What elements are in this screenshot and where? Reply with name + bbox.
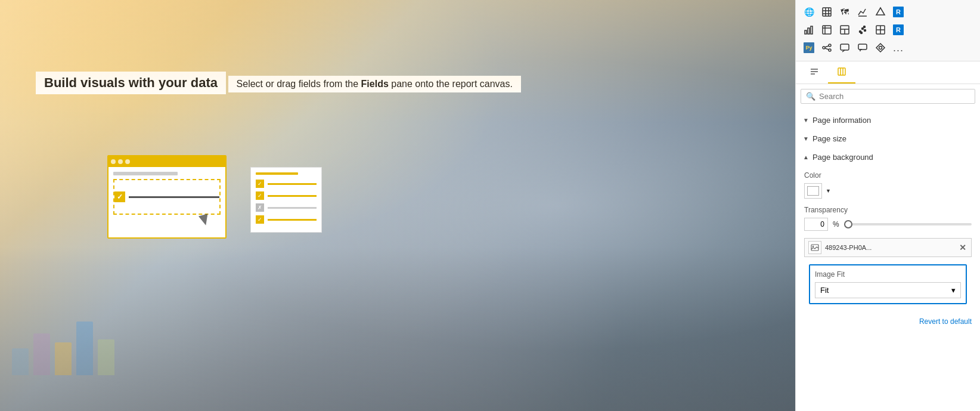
page-size-label: Page size	[812, 134, 846, 143]
page-background-label: Page background	[812, 153, 873, 162]
svg-rect-29	[841, 44, 849, 50]
custom-viz-icon[interactable]	[872, 39, 889, 56]
build-title: Build visuals with your data	[36, 72, 226, 94]
svg-rect-10	[823, 26, 831, 34]
tab-format[interactable]	[828, 61, 855, 84]
chevron-up-icon: ▲	[803, 154, 809, 160]
transparency-input[interactable]	[804, 218, 828, 231]
revert-to-default-button[interactable]: Revert to default	[796, 311, 980, 332]
format-search-box[interactable]: 🔍	[801, 89, 975, 104]
color-swatch[interactable]	[804, 183, 822, 199]
table3-icon[interactable]	[836, 21, 853, 38]
report-canvas: Build visuals with your data Select or d…	[0, 0, 795, 411]
chart-bars-decoration	[0, 304, 167, 375]
section-page-information[interactable]: ▼ Page information	[796, 111, 980, 129]
cursor-arrow	[199, 214, 210, 227]
color-label: Color	[804, 171, 972, 180]
python-icon[interactable]: Py	[801, 39, 817, 56]
svg-line-28	[825, 48, 829, 50]
section-page-background[interactable]: ▲ Page background	[796, 148, 980, 166]
scatter-icon[interactable]	[854, 21, 871, 38]
color-inner	[807, 186, 819, 196]
map-icon[interactable]: 🗺	[836, 4, 853, 20]
page-background-content: Color ▼ Transparency %	[796, 166, 980, 311]
format-panel: 🌐 🗺	[795, 0, 980, 411]
svg-rect-7	[805, 30, 807, 34]
table-icon[interactable]	[818, 4, 835, 20]
svg-point-26	[829, 49, 831, 51]
svg-point-20	[864, 26, 866, 28]
r-icon[interactable]: R	[890, 4, 907, 20]
toolbar-row-3: Py	[801, 39, 975, 56]
build-visuals-text: Build visuals with your data Select or d…	[36, 72, 521, 98]
slider-thumb[interactable]	[844, 220, 852, 228]
panel-tabs	[796, 61, 980, 84]
transparency-label: Transparency	[804, 206, 972, 214]
matrix-icon[interactable]	[818, 21, 835, 38]
ellipsis-icon[interactable]: ...	[890, 39, 907, 56]
image-fit-dropdown[interactable]: Fit ▾	[815, 282, 961, 298]
list-mockup: ✓ ✓ ✗ ✓	[250, 167, 322, 233]
polygon-icon[interactable]	[872, 4, 889, 20]
image-fit-section: Image Fit Fit ▾	[809, 264, 967, 304]
page-information-label: Page information	[812, 116, 871, 125]
fit-dropdown-arrow: ▾	[951, 286, 956, 295]
pivot-icon[interactable]	[872, 21, 889, 38]
image-icon	[808, 241, 821, 254]
color-picker-row: ▼	[804, 183, 972, 199]
search-icon: 🔍	[806, 92, 815, 101]
toolbar-row-1: 🌐 🗺	[801, 4, 975, 20]
section-page-size[interactable]: ▼ Page size	[796, 129, 980, 148]
svg-point-32	[879, 47, 882, 50]
drag-fields-illustration: ✓ ✓ ✓ ✗	[107, 155, 322, 251]
build-subtitle: Select or drag fields from the Fields pa…	[228, 76, 521, 92]
qna-icon[interactable]	[836, 39, 853, 56]
svg-rect-0	[823, 8, 831, 16]
transparency-row: Transparency %	[804, 206, 972, 231]
svg-point-40	[812, 246, 814, 247]
svg-rect-8	[808, 28, 810, 34]
format-sections: ▼ Page information ▼ Page size ▲ Page ba…	[796, 109, 980, 411]
svg-marker-6	[876, 8, 885, 15]
svg-rect-36	[838, 68, 845, 75]
svg-point-25	[829, 44, 831, 47]
svg-rect-31	[858, 44, 867, 50]
color-dropdown-arrow[interactable]: ▼	[826, 188, 831, 194]
svg-point-24	[823, 47, 825, 49]
image-fit-label: Image Fit	[815, 270, 961, 279]
image-fit-value: Fit	[820, 286, 829, 295]
canvas-background: Build visuals with your data Select or d…	[0, 0, 795, 411]
clear-image-button[interactable]: ✕	[958, 243, 967, 252]
r2-icon[interactable]: R	[890, 21, 907, 38]
chat-icon[interactable]	[854, 39, 871, 56]
chevron-down-icon-size: ▼	[803, 135, 809, 142]
svg-point-18	[864, 30, 866, 32]
linechart-icon[interactable]	[854, 4, 871, 20]
svg-point-19	[861, 32, 863, 34]
pct-label: %	[833, 220, 839, 228]
transparency-slider[interactable]	[844, 223, 972, 225]
more-label: ...	[893, 42, 904, 54]
visual-toolbar: 🌐 🗺	[796, 0, 980, 61]
globe-icon[interactable]: 🌐	[801, 4, 817, 20]
toolbar-row-2: R	[801, 21, 975, 38]
svg-point-17	[862, 28, 864, 30]
svg-line-27	[825, 46, 829, 47]
window-mockup: ✓	[107, 155, 227, 239]
image-filename: 489243-PH0A...	[825, 244, 954, 251]
chevron-down-icon: ▼	[803, 117, 809, 123]
tab-fields[interactable]	[801, 61, 828, 84]
barchart-icon[interactable]	[801, 21, 817, 38]
search-input[interactable]	[819, 92, 970, 101]
decomp-tree-icon[interactable]	[818, 39, 835, 56]
image-upload-row[interactable]: 489243-PH0A... ✕	[804, 238, 972, 257]
svg-rect-9	[811, 26, 812, 34]
